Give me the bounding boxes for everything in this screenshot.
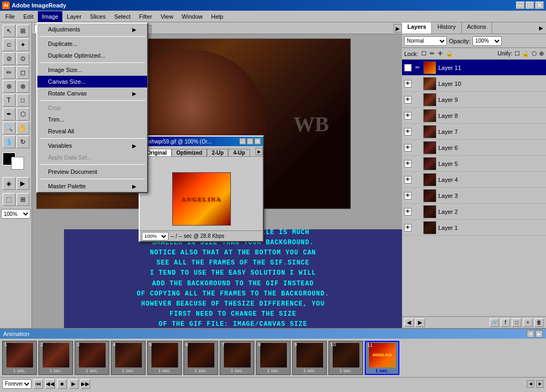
menu-variables[interactable]: Variables ▶: [37, 140, 147, 151]
rotate-tool[interactable]: ↻: [17, 135, 29, 148]
menu-image[interactable]: Image: [38, 11, 63, 22]
menu-preview-document[interactable]: Preview Document: [37, 166, 147, 178]
menu-canvas-size[interactable]: Canvas Size...: [37, 76, 147, 87]
menu-file[interactable]: File: [1, 11, 19, 22]
animation-tool[interactable]: ▶: [17, 177, 29, 190]
lock-paint-icon[interactable]: ✏: [430, 50, 435, 57]
layer-nav-left[interactable]: ◀: [404, 318, 414, 327]
anim-frame-2[interactable]: 2 1 sec.: [38, 341, 73, 375]
menu-trim[interactable]: Trim...: [37, 114, 147, 125]
tab-layers[interactable]: Layers: [402, 22, 432, 34]
menu-filter[interactable]: Filter: [135, 11, 156, 22]
layer-item-1[interactable]: 👁 Layer 1: [402, 220, 546, 236]
menu-duplicate-optimized[interactable]: Duplicate Optimized...: [37, 50, 147, 61]
visibility-eye-4[interactable]: 👁: [404, 176, 412, 183]
preview-tool[interactable]: ⊞: [17, 193, 29, 206]
panel-menu-btn[interactable]: ▶: [536, 22, 546, 33]
anim-prev-btn[interactable]: ◀◀: [45, 379, 55, 389]
layer-new-btn[interactable]: +: [523, 318, 533, 327]
menu-reveal-all[interactable]: Reveal All: [37, 125, 147, 137]
eraser-tool[interactable]: ◻: [17, 66, 29, 79]
visibility-eye-6[interactable]: 👁: [404, 144, 412, 151]
layer-item-6[interactable]: 👁 Layer 6: [402, 140, 546, 156]
close-button[interactable]: ✕: [535, 2, 544, 9]
anim-frame-7[interactable]: 7 1 sec.: [220, 341, 254, 375]
unify-btn3[interactable]: ⬡: [532, 50, 537, 57]
minimize-button[interactable]: —: [516, 2, 525, 9]
layer-effect-btn[interactable]: f: [501, 318, 510, 327]
zoom-select[interactable]: 100% 50% 200%: [1, 209, 30, 219]
layer-item-7[interactable]: 👁 Layer 7: [402, 124, 546, 140]
unify-btn1[interactable]: ☐: [515, 50, 520, 57]
loop-select[interactable]: Forever Once 3 Times: [2, 379, 31, 389]
lock-all-icon[interactable]: 🔒: [446, 50, 453, 57]
canvas-menu-btn[interactable]: ▶: [394, 24, 402, 33]
magic-wand-tool[interactable]: ✦: [17, 38, 29, 51]
layer-item-5[interactable]: 👁 Layer 5: [402, 156, 546, 172]
layer-item-11[interactable]: 👁 ✏ Layer 11: [402, 60, 546, 76]
crop-tool[interactable]: ⊞: [17, 25, 29, 37]
gif-menu-btn[interactable]: ▶: [255, 148, 263, 155]
visibility-eye-11[interactable]: 👁: [404, 64, 412, 71]
text-tool[interactable]: T: [3, 94, 15, 107]
gif-tab-4up[interactable]: 4-Up: [228, 149, 250, 156]
unify-btn2[interactable]: 🔒: [522, 50, 529, 57]
layer-delete-btn[interactable]: 🗑: [534, 318, 544, 327]
menu-slices[interactable]: Slices: [86, 11, 110, 22]
anim-frame-6[interactable]: 6 1 sec.: [183, 341, 218, 375]
anim-frame-5[interactable]: 5 1 sec.: [147, 341, 182, 375]
eyedrop-tool[interactable]: 💧: [3, 135, 15, 148]
maximize-button[interactable]: □: [526, 2, 534, 9]
anim-menu-btn[interactable]: ▶: [535, 330, 543, 338]
blend-mode-select[interactable]: Normal Multiply Screen: [404, 36, 447, 46]
visibility-eye-5[interactable]: 👁: [404, 160, 412, 167]
menu-help[interactable]: Help: [207, 11, 228, 22]
menu-select[interactable]: Select: [110, 11, 135, 22]
menu-image-size[interactable]: Image Size...: [37, 64, 147, 76]
gif-zoom-select[interactable]: 100%: [142, 232, 168, 241]
image-map-tool[interactable]: ◈: [3, 177, 15, 190]
shape-tool[interactable]: □: [17, 94, 29, 107]
pattern-tool[interactable]: ⊗: [17, 80, 29, 93]
tab-actions[interactable]: Actions: [462, 22, 492, 34]
anim-frame-4[interactable]: 4 1 sec.: [111, 341, 146, 375]
visibility-eye-7[interactable]: 👁: [404, 128, 412, 135]
layer-item-4[interactable]: 👁 Layer 4: [402, 172, 546, 188]
anim-frame-10[interactable]: 10 1 sec.: [328, 341, 363, 375]
lock-transparency-icon[interactable]: ☐: [421, 50, 427, 57]
anim-frame-9[interactable]: 9 1 sec.: [292, 341, 327, 375]
anim-scroll-left[interactable]: ◀: [527, 380, 534, 388]
gif-minimize-btn[interactable]: —: [239, 138, 246, 145]
background-color[interactable]: [11, 157, 24, 170]
menu-edit[interactable]: Edit: [19, 11, 38, 22]
anim-play-btn[interactable]: ▶: [69, 379, 78, 389]
layer-item-9[interactable]: 👁 Layer 9: [402, 92, 546, 108]
anim-frame-1[interactable]: 1 1 sec.: [2, 341, 37, 375]
visibility-eye-10[interactable]: 👁: [404, 80, 412, 87]
visibility-eye-2[interactable]: 👁: [404, 208, 412, 215]
menu-rotate-canvas[interactable]: Rotate Canvas ▶: [37, 87, 147, 99]
visibility-eye-9[interactable]: 👁: [404, 96, 412, 103]
unify-btn4[interactable]: ⊕: [539, 50, 544, 57]
slice-select-tool[interactable]: ⊙: [17, 52, 29, 65]
brush-tool[interactable]: ✏: [3, 66, 15, 79]
menu-adjustments[interactable]: Adjustments ▶: [37, 23, 147, 35]
anim-frame-3[interactable]: 3 1 sec.: [75, 341, 109, 375]
gif-tab-2up[interactable]: 2-Up: [207, 149, 228, 156]
menu-view[interactable]: View: [156, 11, 178, 22]
menu-master-palette[interactable]: Master Palette ▶: [37, 180, 147, 192]
layer-nav-right[interactable]: ▶: [415, 318, 425, 327]
anim-frame-11[interactable]: 11 ANGELINA 1 sec.: [365, 341, 399, 375]
anim-stop-btn[interactable]: ■: [57, 379, 67, 389]
visibility-eye-3[interactable]: 👁: [404, 192, 412, 199]
menu-window[interactable]: Window: [178, 11, 207, 22]
gif-maximize-btn[interactable]: □: [247, 138, 253, 145]
menu-duplicate[interactable]: Duplicate...: [37, 38, 147, 50]
visibility-eye-8[interactable]: 👁: [404, 112, 412, 119]
pen-tool[interactable]: ✒: [3, 108, 15, 121]
anim-scroll-right[interactable]: ▶: [536, 380, 544, 388]
stamp-tool[interactable]: ⊕: [3, 80, 15, 93]
menu-layer[interactable]: Layer: [62, 11, 86, 22]
lock-move-icon[interactable]: ✛: [438, 50, 443, 57]
path-tool[interactable]: ⬡: [17, 108, 29, 121]
